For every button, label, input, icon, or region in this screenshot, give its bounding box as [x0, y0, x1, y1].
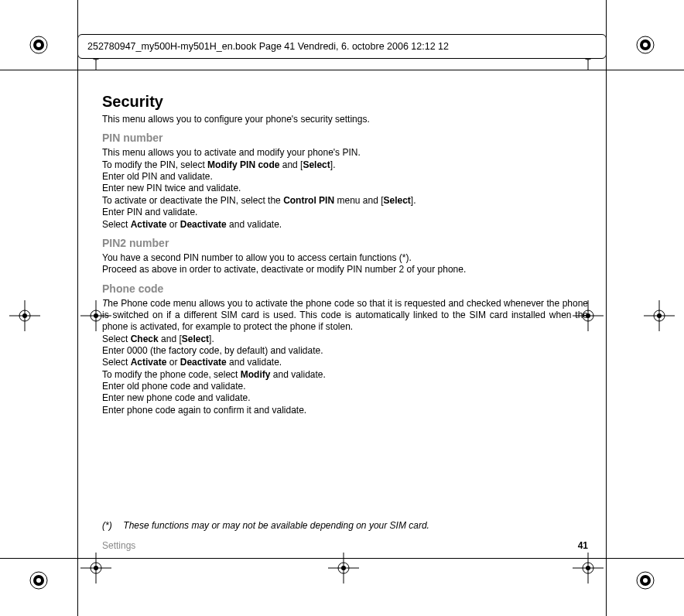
registration-mark-icon — [636, 571, 655, 590]
running-footer: Settings 41 — [102, 540, 588, 551]
heading-security: Security — [102, 93, 588, 111]
body-text: You have a second PIN number to allow yo… — [102, 252, 588, 264]
registration-mark-icon — [636, 36, 655, 54]
crop-line-left — [77, 0, 78, 616]
body-text: Select Activate or Deactivate and valida… — [102, 219, 588, 231]
crosshair-mark-icon — [80, 553, 111, 587]
svg-point-11 — [643, 578, 648, 583]
page-body: Security This menu allows you to configu… — [102, 93, 588, 554]
svg-point-47 — [586, 566, 590, 570]
body-text: To modify the phone code, select Modify … — [102, 369, 588, 381]
footer-section: Settings — [102, 540, 135, 551]
footnote-mark: (*) — [102, 520, 121, 531]
body-text: Select Check and [Select]. — [102, 334, 588, 345]
body-text: Enter new phone code and validate. — [102, 392, 588, 404]
body-text: This menu allows you to activate and mod… — [102, 147, 588, 159]
crosshair-mark-icon — [573, 553, 604, 587]
intro-text: This menu allows you to configure your p… — [102, 114, 588, 125]
svg-point-8 — [36, 578, 41, 583]
body-text: Proceed as above in order to activate, d… — [102, 264, 588, 275]
body-text: Enter new PIN twice and validate. — [102, 183, 588, 194]
svg-point-5 — [643, 43, 648, 47]
heading-pin2-number: PIN2 number — [102, 237, 588, 249]
footnote-text: These functions may or may not be availa… — [123, 520, 429, 531]
crosshair-mark-icon — [9, 300, 40, 334]
header-slug: 252780947_my500H-my501H_en.book Page 41 … — [77, 34, 607, 59]
header-slug-text: 252780947_my500H-my501H_en.book Page 41 … — [87, 41, 449, 52]
body-text: Select Activate or Deactivate and valida… — [102, 357, 588, 368]
svg-point-2 — [36, 43, 41, 47]
body-text: To modify the PIN, select Modify PIN cod… — [102, 159, 588, 171]
footnote: (*) These functions may or may not be av… — [102, 520, 588, 531]
registration-mark-icon — [29, 571, 48, 590]
body-text: Enter 0000 (the factory code, by default… — [102, 345, 588, 357]
heading-phone-code: Phone code — [102, 282, 588, 295]
body-text: Enter old phone code and validate. — [102, 381, 588, 392]
crosshair-mark-icon — [644, 300, 675, 334]
crosshair-mark-icon — [328, 553, 359, 587]
body-text: Enter phone code again to confirm it and… — [102, 405, 588, 416]
svg-point-35 — [657, 313, 662, 318]
svg-point-43 — [341, 566, 346, 570]
page-number: 41 — [578, 540, 588, 551]
heading-pin-number: PIN number — [102, 132, 588, 144]
crop-line-right — [606, 0, 607, 616]
body-text: Enter old PIN and validate. — [102, 171, 588, 183]
body-text: Enter PIN and validate. — [102, 207, 588, 218]
body-text: To activate or deactivate the PIN, selec… — [102, 195, 588, 207]
body-text: The Phone code menu allows you to activa… — [102, 298, 588, 334]
svg-point-39 — [94, 566, 98, 570]
registration-mark-icon — [29, 36, 48, 54]
svg-point-27 — [94, 313, 98, 318]
svg-point-23 — [22, 313, 27, 318]
